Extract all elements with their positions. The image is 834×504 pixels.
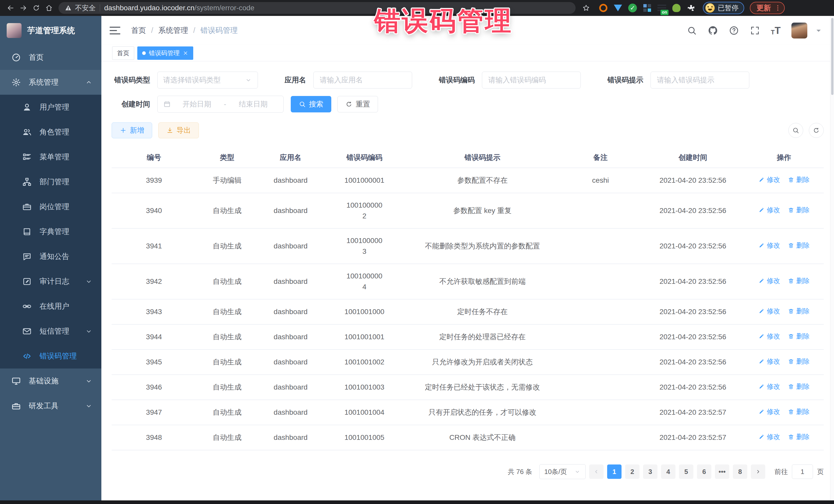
extension-gem-icon[interactable]: [613, 3, 623, 13]
extensions-puzzle-icon[interactable]: [686, 3, 696, 13]
page-button-3[interactable]: 3: [643, 464, 657, 479]
extension-list-icon[interactable]: on: [657, 3, 667, 13]
edit-link[interactable]: 修改: [758, 356, 780, 367]
help-icon[interactable]: [729, 25, 739, 36]
errcode-code-input[interactable]: [482, 72, 581, 89]
cell-actions: 修改删除: [744, 425, 824, 450]
tags-view-bar: 首页错误码管理: [101, 45, 834, 61]
sidebar-item-dept[interactable]: 部门管理: [0, 169, 101, 194]
delete-link[interactable]: 删除: [788, 240, 810, 250]
errcode-type-select[interactable]: 请选择错误码类型: [157, 72, 258, 89]
search-button[interactable]: 搜索: [291, 96, 331, 112]
profile-paused-badge[interactable]: 已暂停: [703, 2, 744, 14]
filter-errcode-type: 错误码类型请选择错误码类型: [112, 72, 258, 89]
extension-key-icon[interactable]: [671, 3, 682, 13]
error-code-table: 编号类型应用名错误码编码错误码提示备注创建时间操作3939手动编辑dashboa…: [112, 148, 824, 451]
bookmark-button[interactable]: [580, 2, 592, 14]
edit-link[interactable]: 修改: [758, 432, 780, 442]
home-icon: [45, 4, 53, 12]
book-icon: [22, 227, 32, 237]
extension-orange-icon[interactable]: [598, 3, 609, 13]
security-label: 不安全: [75, 3, 96, 13]
goto-page-input[interactable]: [792, 464, 813, 479]
edit-link[interactable]: 修改: [758, 407, 780, 417]
sidebar-item-menu[interactable]: 菜单管理: [0, 145, 101, 169]
page-button-5[interactable]: 5: [679, 464, 694, 479]
delete-link[interactable]: 删除: [788, 407, 810, 417]
sidebar-logo-row[interactable]: 芋道管理系统: [0, 16, 101, 45]
reset-button[interactable]: 重置: [337, 96, 378, 112]
page-button-1[interactable]: 1: [607, 464, 621, 479]
edit-link[interactable]: 修改: [758, 240, 780, 250]
breadcrumb-item[interactable]: 首页: [131, 25, 146, 36]
page-button-2[interactable]: 2: [625, 464, 639, 479]
page-size-select[interactable]: 10条/页: [540, 464, 586, 479]
app-name-input[interactable]: [313, 72, 412, 89]
cell-actions: 修改删除: [744, 300, 824, 324]
tag-错误码管理[interactable]: 错误码管理: [137, 46, 193, 60]
delete-link[interactable]: 删除: [788, 432, 810, 442]
sidebar-item-system[interactable]: 系统管理: [0, 70, 101, 95]
edit-link[interactable]: 修改: [758, 205, 780, 215]
page-button-8[interactable]: 8: [733, 464, 747, 479]
breadcrumb-item[interactable]: 系统管理: [158, 25, 188, 36]
next-page-button[interactable]: [751, 464, 765, 479]
add-button[interactable]: 新增: [112, 123, 152, 138]
cell-created-time: 2021-04-20 23:52:56: [641, 300, 744, 324]
export-button[interactable]: 导出: [158, 123, 199, 138]
fullscreen-icon[interactable]: [750, 25, 760, 36]
page-button-4[interactable]: 4: [661, 464, 675, 479]
sidebar-item-home[interactable]: 首页: [0, 45, 101, 70]
sidebar-toggle-button[interactable]: [110, 26, 120, 36]
header-search-icon[interactable]: [687, 25, 697, 36]
edit-link[interactable]: 修改: [758, 306, 780, 316]
page-ellipsis[interactable]: •••: [715, 464, 729, 479]
toggle-search-button[interactable]: [788, 123, 803, 138]
delete-link[interactable]: 删除: [788, 381, 810, 392]
extension-check-icon[interactable]: ✓: [628, 3, 638, 13]
sidebar-item-user[interactable]: 用户管理: [0, 95, 101, 119]
delete-link[interactable]: 删除: [788, 276, 810, 286]
sidebar-item-tools[interactable]: 研发工具: [0, 393, 101, 418]
sidebar-item-audit[interactable]: 审计日志: [0, 269, 101, 294]
back-button[interactable]: [5, 2, 17, 14]
font-size-icon[interactable]: TT: [771, 26, 781, 36]
date-range-picker[interactable]: 开始日期 - 结束日期: [157, 96, 284, 113]
edit-link[interactable]: 修改: [758, 276, 780, 286]
sidebar-item-online[interactable]: 在线用户: [0, 294, 101, 319]
sidebar-item-infra[interactable]: 基础设施: [0, 369, 101, 393]
home-button[interactable]: [43, 2, 55, 14]
delete-link[interactable]: 删除: [788, 331, 810, 341]
warning-icon: [65, 4, 72, 12]
delete-link[interactable]: 删除: [788, 306, 810, 316]
prev-page-button[interactable]: [589, 464, 603, 479]
forward-button[interactable]: [18, 2, 29, 14]
sidebar-item-post[interactable]: 岗位管理: [0, 194, 101, 219]
extension-grid-icon[interactable]: [642, 3, 652, 13]
edit-link[interactable]: 修改: [758, 175, 780, 185]
vertical-scrollbar[interactable]: [830, 16, 834, 500]
browser-update-button[interactable]: 更新: [750, 2, 785, 14]
edit-link[interactable]: 修改: [758, 331, 780, 341]
user-avatar[interactable]: [791, 23, 807, 39]
reload-button[interactable]: [30, 2, 42, 14]
sidebar-item-role[interactable]: 角色管理: [0, 119, 101, 145]
delete-link[interactable]: 删除: [788, 205, 810, 215]
delete-link[interactable]: 删除: [788, 175, 810, 185]
scrollbar-thumb[interactable]: [831, 18, 833, 95]
github-icon[interactable]: [708, 25, 718, 36]
page-button-6[interactable]: 6: [697, 464, 711, 479]
sidebar-item-notice[interactable]: 通知公告: [0, 244, 101, 269]
security-indicator[interactable]: 不安全: [65, 3, 96, 13]
sidebar-item-label: 错误码管理: [40, 351, 93, 361]
edit-link[interactable]: 修改: [758, 381, 780, 392]
tag-首页[interactable]: 首页: [112, 46, 134, 60]
sidebar-item-label: 字典管理: [40, 226, 93, 237]
caret-down-icon[interactable]: [813, 25, 824, 36]
refresh-table-button[interactable]: [809, 123, 824, 138]
sidebar-item-dict[interactable]: 字典管理: [0, 219, 101, 244]
sidebar-item-sms[interactable]: 短信管理: [0, 319, 101, 344]
sidebar-item-errcode[interactable]: 错误码管理: [0, 344, 101, 369]
errcode-hint-input[interactable]: [651, 72, 749, 89]
delete-link[interactable]: 删除: [788, 356, 810, 367]
